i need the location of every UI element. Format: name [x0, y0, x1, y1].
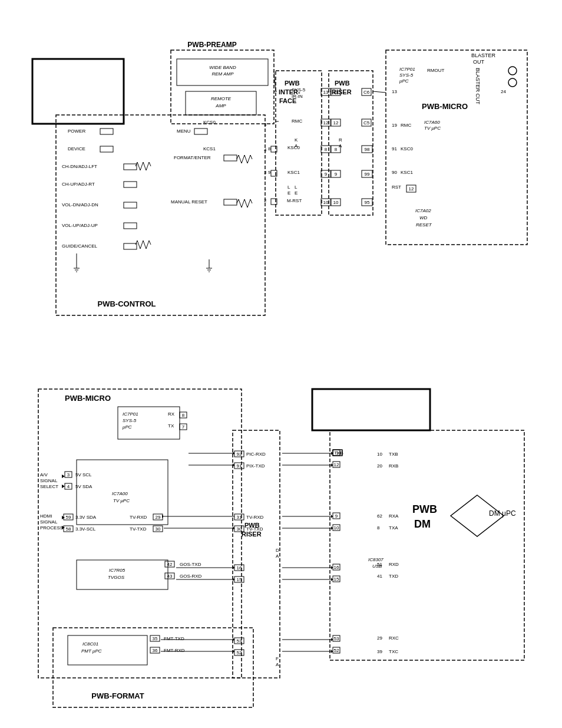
hdmi-text1: HDMI	[40, 513, 52, 519]
pin4: 4	[264, 147, 267, 153]
menu-btn	[194, 129, 207, 134]
remote-amp-text2: AMP	[215, 103, 226, 108]
rmout-text: RMOUT	[427, 68, 444, 73]
33v-sda: 3.3V SDA	[75, 515, 97, 520]
riser-num12: 12	[333, 120, 339, 126]
pwb-micro-bottom-box	[38, 389, 242, 678]
pix-txd: PIX-TXD	[246, 463, 265, 469]
num13: 13	[323, 90, 329, 95]
pwb-dm-label2: DM	[414, 518, 431, 530]
rxa-label: RXA	[389, 513, 399, 519]
tv-txd: TV-TXD	[130, 526, 147, 532]
hdmi-text2: SIGNAL	[40, 519, 58, 525]
r-tv-rxd: TV-RXD	[246, 515, 264, 520]
power-text: POWER	[68, 129, 85, 134]
blaster-cut-label: BLASTER CUT	[475, 68, 481, 105]
hdmi-text3: PROCESS	[40, 525, 63, 531]
micro-13: 13	[392, 89, 397, 94]
r30: 30	[237, 526, 242, 532]
rmout-terminal	[508, 67, 517, 75]
num10: 10	[323, 200, 329, 205]
num42: 42	[167, 562, 173, 567]
num30: 30	[156, 526, 161, 532]
le-label3: L	[287, 185, 290, 190]
chup-text: CH-UP/ADJ-RT	[62, 182, 95, 187]
rmc-label: RMC	[292, 118, 302, 124]
pwb-micro-bottom-label: PWB-MICRO	[65, 394, 111, 403]
r92: 92	[237, 452, 242, 457]
av-signal-text3: SELECT	[40, 484, 58, 489]
5v-sda: 5V SDA	[75, 484, 92, 489]
pwb-riser-top-label: PWB	[335, 80, 350, 87]
rst-label: RST	[392, 185, 401, 190]
c5-text: C5	[363, 120, 370, 126]
manual-reset-text: MANUAL RESET	[171, 199, 207, 205]
tx-label: TX	[168, 423, 174, 429]
5v-scl: 5V SCL	[75, 472, 92, 477]
num20-label: 20	[377, 463, 382, 469]
ic7a02-label: IC7A02	[415, 208, 431, 213]
mrst-label: M-RST	[287, 198, 302, 203]
chup-btn	[124, 182, 137, 187]
if-num8: 8	[268, 146, 271, 151]
micro-90: 90	[392, 170, 397, 175]
rxb-label: RXB	[389, 463, 398, 469]
dm-r15: 15	[334, 577, 339, 582]
r16: 16	[237, 565, 242, 571]
riser-num13: 13	[333, 90, 339, 95]
num99: 99	[365, 172, 370, 177]
main-diagram: PWB-PREAMP WIDE BAND REM AMP REMOTE AMP …	[0, 0, 562, 728]
sys5-label: SYS-5	[292, 87, 306, 93]
ic7a60-label: IC7A60	[424, 120, 440, 125]
ic7p01-b-label: IC7P01	[123, 411, 138, 417]
tv-rxd: TV-RXD	[130, 515, 147, 520]
ksc1-label-if: KSC1	[287, 170, 300, 175]
33v-scl: 3.3V-SCL	[75, 526, 96, 532]
pwb-control-box	[56, 115, 265, 315]
av-arrow1	[62, 475, 65, 478]
txa-label: TXA	[389, 525, 398, 531]
c6-text: C6	[363, 90, 370, 95]
num10b: 10	[377, 452, 382, 457]
ic8c01-box	[68, 635, 147, 665]
pwb-control-label: PWB-CONTROL	[98, 299, 156, 308]
rmc-micro: RMC	[401, 123, 411, 128]
micro-24: 24	[501, 89, 506, 94]
av-arrow2	[62, 485, 65, 488]
resistor2	[237, 199, 252, 207]
tv-upc-label: TV μPC	[424, 126, 441, 131]
ic7p01-b-sys5: SYS-5	[123, 418, 137, 423]
dm-r52: 52	[334, 648, 339, 653]
r15: 15	[237, 577, 242, 582]
ka-label2: A	[295, 143, 298, 149]
chdn-text: CH-DN/ADJ-LFT	[62, 164, 97, 169]
pwb-dm-label1: PWB	[412, 503, 437, 515]
device-text: DEVICE	[68, 146, 85, 151]
num9-dm: 9	[335, 513, 338, 519]
num43: 43	[167, 574, 173, 579]
pin3b: 3	[264, 170, 267, 175]
voldn-btn	[124, 202, 137, 208]
gos-txd: GOS-TXD	[180, 562, 201, 567]
pic-rxd: PIC-RXD	[246, 452, 266, 457]
num3-b: 3	[67, 472, 70, 477]
pwb-preamp-label: PWB-PREAMP	[187, 41, 236, 49]
num59: 59	[66, 515, 71, 520]
num98: 98	[365, 147, 370, 152]
remote-amp-text1: REMOTE	[211, 96, 232, 101]
tx-7: 7	[182, 424, 185, 430]
ic7p01-sys5: SYS-5	[399, 73, 414, 78]
wide-band-text1: WIDE BAND	[209, 65, 236, 70]
num4-b: 4	[67, 484, 70, 489]
volup-text: VOL-UP/ADJ-UP	[62, 223, 98, 228]
wd-label: WD	[419, 215, 428, 220]
gos-rxd: GOS-RXD	[180, 574, 202, 579]
conn-micro1	[373, 91, 386, 93]
ksc0-micro: KSC0	[401, 146, 413, 151]
num39-label: 39	[377, 649, 382, 654]
num8a: 8	[325, 147, 328, 152]
num12-dm: 12	[334, 462, 339, 467]
tv-screen-top	[32, 59, 124, 124]
num9a: 9	[325, 172, 328, 177]
num29: 29	[156, 515, 161, 520]
